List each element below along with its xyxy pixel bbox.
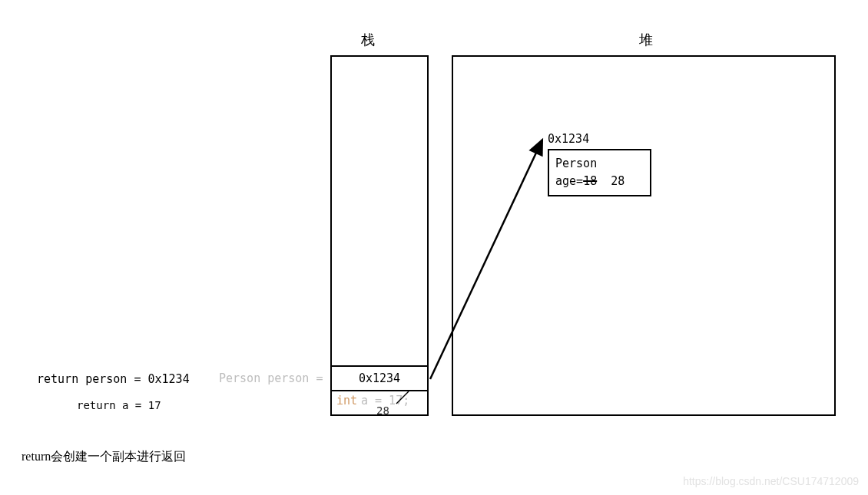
age-new-value: 28 [611,174,624,188]
heap-box [452,55,836,416]
heap-title: 堆 [639,31,653,49]
stack-divider [330,390,429,391]
watermark: https://blog.csdn.net/CSU174712009 [683,475,859,487]
return-person: return person = 0x1234 [37,372,190,386]
a-updated-value: 28 [376,404,389,417]
stack-title: 栈 [361,31,375,49]
person-classname: Person [555,155,644,173]
heap-object-address: 0x1234 [548,132,589,146]
return-copy-note: return会创建一个副本进行返回 [22,449,186,465]
age-label: age= [555,174,583,188]
heap-person-object: Person age=18 28 [548,149,651,196]
stack-box [330,55,429,416]
stack-row-person-addr: 0x1234 [332,367,427,390]
int-keyword: int [336,394,357,408]
person-declaration: Person person = [219,371,323,385]
person-age-line: age=18 28 [555,173,644,190]
age-old-value: 18 [583,174,597,188]
return-a: return a = 17 [77,399,161,411]
